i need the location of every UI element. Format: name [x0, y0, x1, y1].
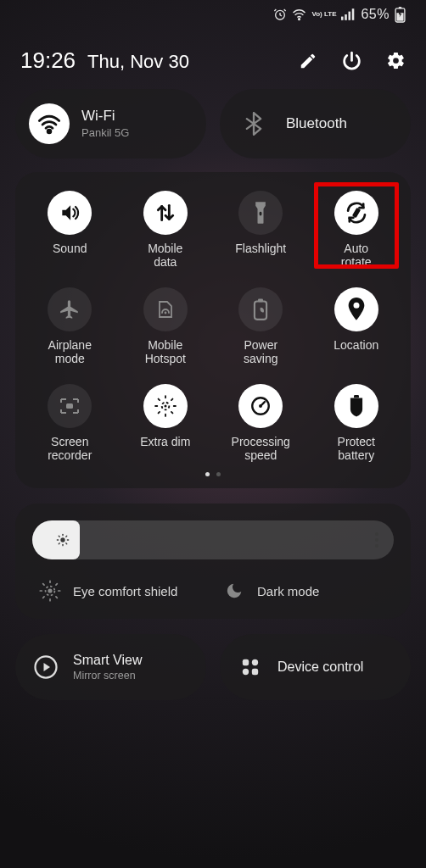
airplane-mode-label: Airplane mode — [48, 338, 92, 367]
svg-line-22 — [158, 399, 160, 401]
svg-line-35 — [59, 536, 59, 537]
device-control-icon — [235, 652, 266, 682]
flashlight-icon — [238, 191, 283, 235]
svg-rect-14 — [258, 299, 263, 303]
eye-comfort-toggle[interactable]: Eye comfort shield — [32, 578, 210, 604]
battery-icon — [395, 7, 406, 22]
eye-comfort-label: Eye comfort shield — [73, 584, 177, 598]
airplane-mode-icon — [48, 287, 92, 331]
svg-point-12 — [164, 312, 166, 314]
wifi-tile[interactable]: Wi-Fi Pankil 5G — [15, 89, 206, 159]
svg-line-28 — [261, 402, 265, 406]
extra-dim-label: Extra dim — [140, 435, 190, 464]
qs-mobile-hotspot[interactable]: Mobile Hotspot — [120, 287, 212, 367]
bluetooth-title: Bluetooth — [286, 115, 347, 132]
qs-airplane-mode[interactable]: Airplane mode — [24, 287, 116, 367]
svg-point-17 — [164, 404, 166, 407]
device-control-title: Device control — [277, 659, 363, 675]
qs-flashlight[interactable]: Flashlight — [215, 191, 307, 270]
status-bar: Vo) LTE 65% — [15, 0, 411, 29]
screen-recorder-icon — [48, 384, 92, 428]
svg-rect-3 — [345, 14, 348, 20]
svg-rect-4 — [349, 12, 351, 20]
power-saving-icon — [238, 287, 283, 331]
svg-point-1 — [299, 19, 300, 20]
slider-menu-icon[interactable] — [375, 532, 378, 548]
dark-mode-label: Dark mode — [257, 584, 319, 598]
svg-point-30 — [60, 537, 64, 542]
qs-grid-panel: SoundMobile dataFlashlightAuto rotateAir… — [15, 172, 411, 488]
svg-line-38 — [66, 536, 67, 537]
edit-icon[interactable] — [299, 52, 317, 70]
mobile-hotspot-label: Mobile Hotspot — [145, 338, 186, 367]
svg-line-47 — [43, 597, 44, 598]
svg-line-45 — [43, 584, 44, 585]
qs-sound[interactable]: Sound — [24, 191, 116, 270]
svg-rect-53 — [252, 669, 258, 675]
bluetooth-tile-icon — [233, 103, 274, 144]
svg-point-9 — [48, 130, 51, 133]
screen-recorder-label: Screen recorder — [48, 435, 92, 464]
svg-line-48 — [56, 584, 57, 585]
svg-rect-29 — [354, 395, 359, 398]
smart-view-title: Smart View — [73, 652, 143, 668]
processing-speed-label: Processing speed — [232, 435, 290, 464]
wifi-icon — [292, 8, 306, 20]
bluetooth-tile[interactable]: Bluetooth — [220, 89, 411, 159]
processing-speed-icon — [238, 384, 283, 428]
svg-rect-5 — [352, 8, 355, 20]
wifi-title: Wi-Fi — [81, 108, 129, 125]
brightness-icon — [56, 533, 70, 547]
brightness-panel: Eye comfort shield Dark mode — [15, 504, 411, 619]
svg-line-46 — [56, 597, 57, 598]
page-indicator — [24, 472, 402, 476]
wifi-tile-icon — [29, 103, 70, 144]
svg-point-40 — [48, 589, 51, 592]
svg-rect-10 — [260, 212, 262, 216]
svg-line-25 — [171, 399, 173, 401]
wifi-subtitle: Pankil 5G — [81, 126, 129, 140]
qs-power-saving[interactable]: Power saving — [215, 287, 307, 367]
svg-rect-15 — [66, 403, 73, 409]
smart-view-subtitle: Mirror screen — [73, 670, 143, 682]
clock-time: 19:26 — [20, 47, 76, 74]
eye-comfort-icon — [37, 578, 63, 604]
smart-view-tile[interactable]: Smart View Mirror screen — [15, 634, 206, 700]
mobile-hotspot-icon — [143, 287, 188, 331]
power-icon[interactable] — [341, 50, 362, 71]
protect-battery-icon — [334, 384, 378, 428]
qs-mobile-data[interactable]: Mobile data — [120, 191, 212, 270]
svg-line-36 — [66, 543, 67, 544]
moon-icon — [221, 578, 247, 604]
svg-rect-7 — [399, 7, 402, 8]
smart-view-icon — [31, 652, 61, 682]
sound-icon — [48, 191, 92, 235]
qs-protect-battery[interactable]: Protect battery — [311, 384, 403, 464]
qs-processing-speed[interactable]: Processing speed — [215, 384, 307, 464]
mobile-data-icon — [143, 191, 188, 235]
device-control-tile[interactable]: Device control — [220, 634, 411, 700]
mobile-data-label: Mobile data — [148, 242, 182, 270]
qs-location[interactable]: Location — [311, 287, 403, 367]
svg-rect-11 — [352, 208, 361, 218]
auto-rotate-label: Auto rotate — [341, 242, 372, 270]
power-saving-label: Power saving — [244, 338, 277, 367]
qs-screen-recorder[interactable]: Screen recorder — [24, 384, 116, 464]
dark-mode-toggle[interactable]: Dark mode — [216, 578, 394, 604]
alarm-icon — [273, 8, 287, 21]
header-date: Thu, Nov 30 — [87, 51, 189, 73]
location-label: Location — [334, 338, 378, 367]
flashlight-label: Flashlight — [235, 242, 286, 270]
qs-auto-rotate[interactable]: Auto rotate — [311, 191, 403, 270]
sound-label: Sound — [53, 242, 87, 270]
svg-line-37 — [59, 543, 59, 544]
location-icon — [334, 287, 378, 331]
extra-dim-icon — [143, 384, 188, 428]
qs-extra-dim[interactable]: Extra dim — [120, 384, 212, 464]
settings-icon[interactable] — [386, 51, 406, 70]
volte-icon: Vo) LTE — [311, 11, 336, 18]
qs-header: 19:26 Thu, Nov 30 — [15, 29, 411, 89]
protect-battery-label: Protect battery — [338, 435, 375, 464]
brightness-slider[interactable] — [32, 520, 394, 559]
signal-icon — [341, 8, 356, 20]
